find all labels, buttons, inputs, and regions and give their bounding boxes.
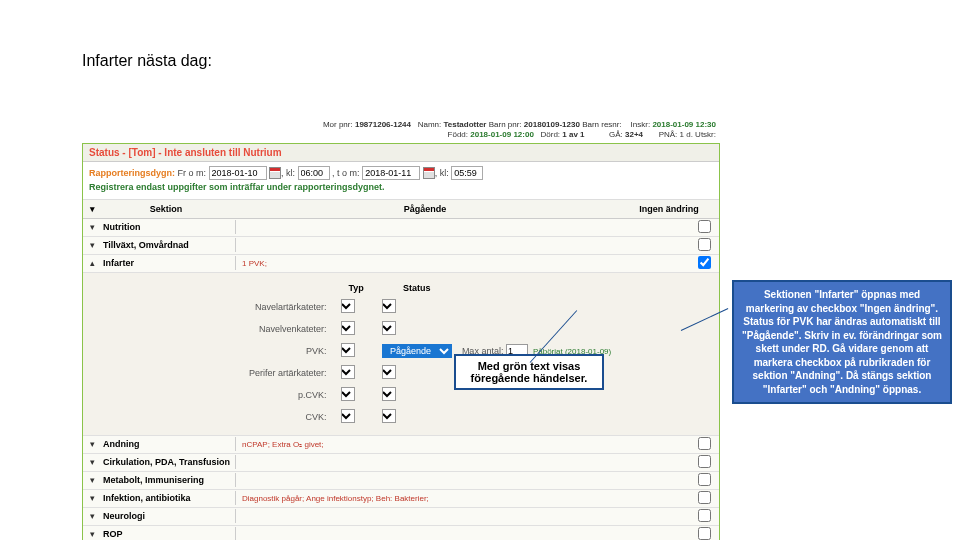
fodd-label: Född: [448,130,468,139]
nochange-checkbox[interactable] [698,256,711,269]
expand-icon[interactable]: ▾ [83,240,101,250]
section-row[interactable]: ▾Cirkulation, PDA, Transfusion [83,454,719,472]
section-content: nCPAP; Extra O₂ givet; [240,440,689,449]
from-time-input[interactable] [298,166,330,180]
expand-icon[interactable]: ▾ [83,493,101,503]
section-row[interactable]: ▾AndningnCPAP; Extra O₂ givet; [83,436,719,454]
to-time-input[interactable] [451,166,483,180]
barn-pnr: 20180109-1230 [524,120,580,129]
calendar-icon[interactable] [423,167,435,179]
section-label: Metabolt, Immunisering [101,475,231,485]
dord-label: Dörd: [541,130,561,139]
col-status: Status [378,281,456,295]
infarter-row: Navelartärkateter: [245,297,615,317]
typ-select[interactable] [341,299,355,313]
col-section: Sektion [101,204,231,214]
report-note: Registrera endast uppgifter som inträffa… [89,182,385,192]
app-window: Mor pnr: 19871206-1244 Namn: Testadotter… [82,118,720,540]
toggle-all[interactable]: ▾ [83,204,101,214]
calendar-icon[interactable] [269,167,281,179]
expand-icon[interactable]: ▴ [83,258,101,268]
nochange-checkbox[interactable] [698,437,711,450]
namn: Testadotter [443,120,486,129]
inskr: 2018-01-09 12:30 [652,120,716,129]
nochange-checkbox[interactable] [698,473,711,486]
section-row[interactable]: ▾Infektion, antibiotikaDiagnostik pågår;… [83,490,719,508]
status-select[interactable] [382,409,396,423]
section-label: Tillväxt, Omvårdnad [101,240,231,250]
section-label: Infektion, antibiotika [101,493,231,503]
ga: 32+4 [625,130,643,139]
typ-select[interactable] [341,321,355,335]
infarter-label: Perifer artärkateter: [245,363,335,383]
infarter-body: TypStatusNavelartärkateter:Navelvenkatet… [83,273,719,436]
status-select[interactable]: Pågående [382,344,452,358]
expand-icon[interactable]: ▾ [83,457,101,467]
fodd: 2018-01-09 12:00 [470,130,534,139]
infarter-row: CVK: [245,407,615,427]
sections: ▾Nutrition▾Tillväxt, Omvårdnad▴Infarter1… [83,219,719,540]
namn-label: Namn: [418,120,442,129]
status-select[interactable] [382,365,396,379]
from-label: Fr o m: [178,168,207,178]
patient-header: Mor pnr: 19871206-1244 Namn: Testadotter… [82,118,720,143]
infarter-label: Navelvenkateter: [245,319,335,339]
section-row[interactable]: ▾ROP [83,526,719,540]
to-date-input[interactable] [362,166,420,180]
report-bar: Rapporteringsdygn: Fr o m: , kl: , t o m… [83,162,719,200]
pna-label: PNÅ: 1 d. Utskr: [659,130,716,139]
dord: 1 av 1 [562,130,584,139]
status-select[interactable] [382,321,396,335]
col-ongoing: Pågående [231,204,619,214]
nochange-checkbox[interactable] [698,491,711,504]
section-label: Infarter [101,258,231,268]
typ-select[interactable] [341,409,355,423]
barn-pnr-label: Barn pnr: [489,120,522,129]
columns-header: ▾ Sektion Pågående Ingen ändring [83,200,719,219]
typ-select[interactable] [341,365,355,379]
status-bar: Status - [Tom] - Inte ansluten till Nutr… [83,144,719,162]
to-label: , t o m: [332,168,360,178]
section-row[interactable]: ▾Tillväxt, Omvårdnad [83,237,719,255]
section-row[interactable]: ▾Nutrition [83,219,719,237]
section-label: Neurologi [101,511,231,521]
barn-resnr-label: Barn resnr: [582,120,622,129]
page-title: Infarter nästa dag: [82,52,212,70]
callout-blue: Sektionen "Infarter" öppnas med markerin… [732,280,952,404]
ga-label: GÅ: [609,130,623,139]
section-row[interactable]: ▴Infarter1 PVK; [83,255,719,273]
infarter-label: Navelartärkateter: [245,297,335,317]
expand-icon[interactable]: ▾ [83,475,101,485]
infarter-label: p.CVK: [245,385,335,405]
mor-pnr-label: Mor pnr: [323,120,353,129]
expand-icon[interactable]: ▾ [83,439,101,449]
section-content: 1 PVK; [240,259,689,268]
callout-green: Med grön text visas föregående händelser… [454,354,604,390]
section-row[interactable]: ▾Metabolt, Immunisering [83,472,719,490]
status-select[interactable] [382,387,396,401]
section-row[interactable]: ▾Neurologi [83,508,719,526]
mor-pnr: 19871206-1244 [355,120,411,129]
nochange-checkbox[interactable] [698,455,711,468]
expand-icon[interactable]: ▾ [83,529,101,539]
nochange-checkbox[interactable] [698,220,711,233]
nochange-checkbox[interactable] [698,527,711,540]
col-nochange: Ingen ändring [619,204,719,214]
nochange-checkbox[interactable] [698,509,711,522]
section-label: Andning [101,439,231,449]
status-select[interactable] [382,299,396,313]
typ-select[interactable] [341,343,355,357]
section-content: Diagnostik pågår; Ange infektionstyp; Be… [240,494,689,503]
inskr-label: Inskr: [631,120,651,129]
from-date-input[interactable] [209,166,267,180]
report-label: Rapporteringsdygn: [89,168,175,178]
infarter-label: PVK: [245,341,335,361]
nochange-checkbox[interactable] [698,238,711,251]
col-typ: Typ [337,281,376,295]
section-label: Cirkulation, PDA, Transfusion [101,457,231,467]
expand-icon[interactable]: ▾ [83,222,101,232]
typ-select[interactable] [341,387,355,401]
infarter-label: CVK: [245,407,335,427]
expand-icon[interactable]: ▾ [83,511,101,521]
section-label: ROP [101,529,231,539]
